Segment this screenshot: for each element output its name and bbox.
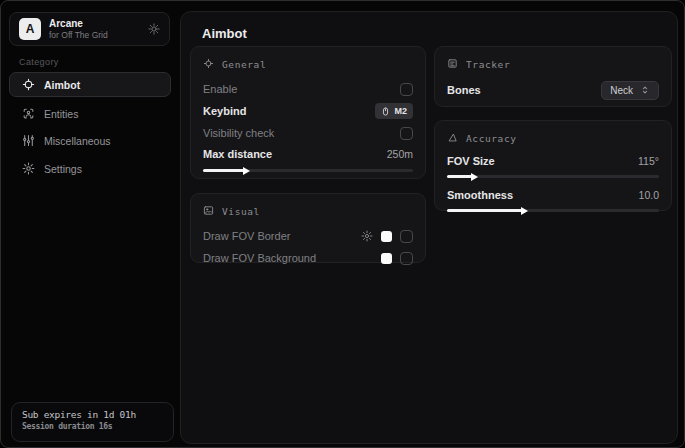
fov-background-checkbox[interactable]	[400, 252, 413, 265]
smoothness-label: Smoothness	[447, 189, 513, 201]
general-section: General Enable Keybind M2 Visibility che…	[190, 46, 426, 179]
image-icon	[203, 205, 214, 218]
session-duration-text: Session duration 16s	[22, 422, 163, 431]
fov-background-label: Draw FOV Background	[203, 252, 316, 264]
category-label: Category	[19, 57, 59, 67]
visual-section-title: Visual	[222, 206, 260, 217]
fov-border-row: Draw FOV Border	[203, 225, 413, 247]
visibility-check-checkbox[interactable]	[400, 127, 413, 140]
app-title-block: Arcane for Off The Grid	[49, 18, 108, 40]
max-distance-value: 250m	[387, 148, 413, 160]
fov-size-slider[interactable]	[447, 171, 659, 181]
sidebar-item-entities[interactable]: Entities	[9, 101, 171, 126]
sidebar-item-label: Settings	[44, 163, 82, 175]
smoothness-slider[interactable]	[447, 205, 659, 215]
app-logo: A	[19, 18, 41, 40]
crosshair-icon	[22, 78, 35, 91]
bones-selected-value: Neck	[610, 85, 633, 96]
sidebar-item-label: Miscellaneous	[44, 135, 111, 147]
keybind-button[interactable]: M2	[375, 103, 413, 119]
subscription-card: Sub expires in 1d 01h Session duration 1…	[11, 402, 174, 442]
bones-row: Bones Neck	[447, 78, 659, 102]
app-name: Arcane	[49, 18, 108, 30]
entity-scan-icon	[22, 107, 35, 120]
slider-thumb[interactable]	[447, 209, 525, 212]
enable-row: Enable	[203, 78, 413, 100]
keybind-value: M2	[394, 106, 407, 116]
general-section-title: General	[222, 59, 266, 70]
sidebar-item-label: Aimbot	[44, 79, 80, 91]
bones-select[interactable]: Neck	[601, 81, 659, 100]
angle-icon	[447, 132, 458, 145]
fov-border-checkbox[interactable]	[400, 230, 413, 243]
tracker-icon	[447, 58, 458, 71]
app-window: A Arcane for Off The Grid Category Aimbo…	[0, 0, 685, 448]
gear-icon	[22, 162, 35, 175]
enable-label: Enable	[203, 83, 237, 95]
slider-thumb[interactable]	[447, 175, 475, 178]
accuracy-section-header: Accuracy	[447, 131, 659, 145]
fov-size-label: FOV Size	[447, 155, 495, 167]
fov-background-color-swatch[interactable]	[381, 253, 392, 264]
slider-track	[447, 175, 659, 178]
visual-section-header: Visual	[203, 204, 413, 218]
bones-label: Bones	[447, 84, 481, 96]
fov-background-row: Draw FOV Background	[203, 247, 413, 269]
tracker-section-title: Tracker	[466, 59, 510, 70]
fov-border-color-swatch[interactable]	[381, 231, 392, 242]
main-panel: Aimbot General Enable Keybind M2	[180, 11, 678, 444]
keybind-row: Keybind M2	[203, 100, 413, 122]
visual-section: Visual Draw FOV Border Draw FOV Backgrou…	[190, 193, 426, 263]
slider-thumb[interactable]	[203, 169, 247, 172]
accuracy-section-title: Accuracy	[466, 133, 517, 144]
sidebar-item-miscellaneous[interactable]: Miscellaneous	[9, 128, 171, 153]
gear-icon[interactable]	[361, 230, 373, 242]
smoothness-value: 10.0	[639, 189, 659, 201]
visibility-check-row: Visibility check	[203, 122, 413, 144]
max-distance-row: Max distance 250m	[203, 144, 413, 164]
smoothness-row: Smoothness 10.0	[447, 186, 659, 204]
keybind-label: Keybind	[203, 105, 246, 117]
general-section-header: General	[203, 57, 413, 71]
max-distance-slider[interactable]	[203, 165, 413, 175]
accuracy-section: Accuracy FOV Size 115° Smoothness 10.0	[434, 120, 672, 211]
max-distance-label: Max distance	[203, 148, 272, 160]
gear-icon[interactable]	[148, 23, 160, 35]
tracker-section-header: Tracker	[447, 57, 659, 71]
fov-size-row: FOV Size 115°	[447, 152, 659, 170]
visibility-check-label: Visibility check	[203, 127, 274, 139]
page-title: Aimbot	[202, 26, 247, 41]
sliders-icon	[22, 134, 35, 147]
enable-checkbox[interactable]	[400, 83, 413, 96]
app-logo-card: A Arcane for Off The Grid	[9, 12, 170, 46]
tracker-section: Tracker Bones Neck	[434, 46, 672, 107]
app-subtitle: for Off The Grid	[49, 30, 108, 40]
sub-expiry-text: Sub expires in 1d 01h	[22, 409, 163, 420]
crosshair-icon	[203, 58, 214, 71]
mouse-icon	[381, 106, 390, 117]
fov-border-label: Draw FOV Border	[203, 230, 290, 242]
sidebar-item-aimbot[interactable]: Aimbot	[9, 72, 171, 97]
chevrons-up-down-icon	[640, 85, 650, 95]
fov-size-value: 115°	[638, 155, 659, 167]
sidebar-item-label: Entities	[44, 108, 78, 120]
sidebar-item-settings[interactable]: Settings	[9, 156, 171, 181]
